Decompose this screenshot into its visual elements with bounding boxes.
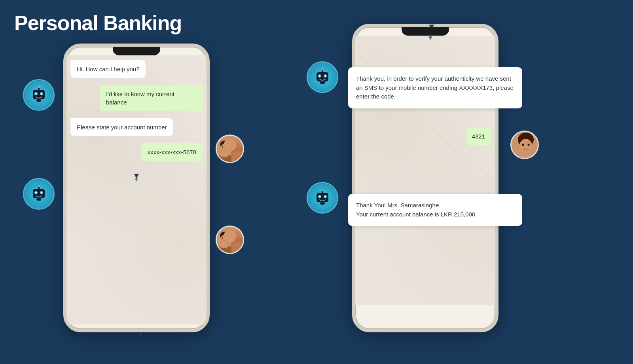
phone-screen-2: 4321 xyxy=(355,36,495,305)
scroll-arrow-phone1[interactable]: ▼ ▼ xyxy=(70,168,203,184)
chat-row-user-2: xxxx-xxx-xxx-5678 xyxy=(70,143,203,161)
svg-point-25 xyxy=(222,237,224,239)
chat-bubble-bot-1: Hi. How can I help you? xyxy=(70,60,146,78)
chat-bubble-otp: 4321 xyxy=(466,127,491,145)
svg-point-39 xyxy=(522,144,524,146)
human-face-2 xyxy=(217,227,243,253)
scroll-down-arrow-1[interactable]: ▼ ▼ xyxy=(136,329,145,350)
chat-bubble-user-2: xxxx-xxx-xxx-5678 xyxy=(141,143,203,161)
svg-point-10 xyxy=(221,144,227,152)
bot-avatar-3 xyxy=(307,61,338,93)
svg-point-19 xyxy=(35,192,37,193)
chat-row-bot-1: Hi. How can I help you? xyxy=(70,60,203,78)
svg-point-33 xyxy=(319,75,320,77)
svg-point-5 xyxy=(35,93,37,95)
user-avatar-2 xyxy=(216,226,244,254)
chat-bubble-user-1: I'd like to know my current balance xyxy=(100,85,203,111)
svg-point-47 xyxy=(319,196,320,197)
phone-2: 4321 xyxy=(352,24,498,332)
page-title: Personal Banking xyxy=(14,11,182,35)
phone-notch-2 xyxy=(402,27,449,36)
svg-point-20 xyxy=(41,192,42,193)
chat-row-bot-2: Please state your account number xyxy=(70,118,203,136)
phone-notch-1 xyxy=(113,47,160,55)
svg-point-38 xyxy=(519,139,532,153)
phone-screen-1: Hi. How can I help you? I'd like to know… xyxy=(66,55,207,324)
svg-point-16 xyxy=(38,185,40,187)
svg-point-44 xyxy=(321,189,324,191)
svg-point-30 xyxy=(321,68,324,70)
chat-row-user-1: I'd like to know my current balance xyxy=(70,85,203,111)
chat-row-otp: 4321 xyxy=(359,127,491,145)
svg-rect-35 xyxy=(320,82,325,84)
svg-point-12 xyxy=(225,146,226,148)
svg-point-2 xyxy=(38,86,40,88)
scroll-arrow-phone2[interactable] xyxy=(359,212,491,216)
bot-avatar-4 xyxy=(307,182,338,214)
svg-point-24 xyxy=(221,235,227,243)
svg-rect-49 xyxy=(320,202,325,205)
svg-point-13 xyxy=(220,152,229,157)
svg-point-11 xyxy=(222,146,224,148)
user-avatar-1 xyxy=(216,135,244,163)
phone-1: Hi. How can I help you? I'd like to know… xyxy=(63,44,210,332)
svg-point-26 xyxy=(225,237,226,239)
svg-point-40 xyxy=(528,144,530,146)
chat-bubble-bot-2: Please state your account number xyxy=(70,118,173,136)
bot-avatar-1 xyxy=(23,79,55,111)
user-avatar-3 xyxy=(510,131,539,159)
bot-avatar-2 xyxy=(23,178,55,210)
human-face-1 xyxy=(217,136,243,162)
svg-point-6 xyxy=(41,93,42,95)
svg-point-27 xyxy=(220,243,229,248)
svg-point-34 xyxy=(324,75,326,77)
svg-rect-7 xyxy=(36,99,41,102)
speech-card-2: Thank You! Mrs. Samarasinghe. Your curre… xyxy=(348,194,522,226)
svg-point-48 xyxy=(324,196,326,197)
svg-rect-21 xyxy=(36,198,41,201)
